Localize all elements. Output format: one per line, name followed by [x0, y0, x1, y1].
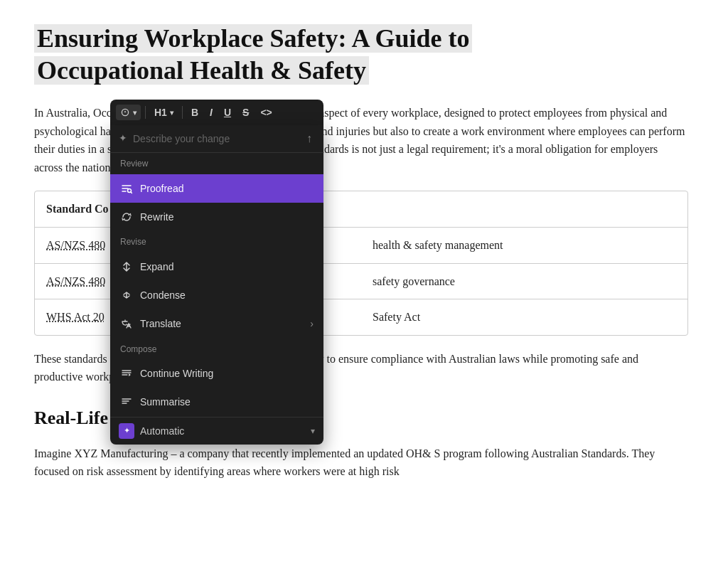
title-highlight-1: Ensuring Workplace Safety: A Guide to — [34, 24, 472, 53]
continue-writing-label: Continue Writing — [140, 366, 213, 381]
condense-label: Condense — [140, 287, 186, 303]
condense-svg — [121, 289, 132, 301]
page-title: Ensuring Workplace Safety: A Guide to Oc… — [34, 23, 532, 87]
heading-label: H1 — [154, 107, 167, 118]
translate-icon — [120, 318, 133, 331]
rewrite-label: Rewrite — [140, 209, 173, 225]
table-cell-desc-3: Safety Act — [361, 299, 687, 335]
condense-icon — [120, 289, 133, 302]
underline-button[interactable]: U — [220, 104, 235, 121]
condense-menu-item[interactable]: Condense — [110, 281, 323, 309]
ai-dropdown-panel: ✦ ↑ Review Proofread — [110, 125, 323, 445]
standard-code-2: AS/NZS 480 — [46, 275, 105, 287]
table-cell-desc-2: safety governance — [361, 264, 687, 299]
review-section-label: Review — [110, 153, 323, 174]
body-paragraph-3: Imagine XYZ Manufacturing – a company th… — [34, 445, 688, 481]
describe-change-input[interactable] — [133, 133, 298, 144]
heading-arrow: ▾ — [170, 109, 173, 117]
ai-button-dropdown-arrow: ▾ — [133, 109, 136, 117]
summarise-svg — [121, 396, 132, 408]
standard-code-1: AS/NZS 480 — [46, 239, 105, 251]
automatic-button[interactable]: ✦ Automatic ▾ — [119, 423, 315, 439]
bold-label: B — [191, 107, 198, 118]
proofread-svg — [121, 183, 132, 194]
bold-button[interactable]: B — [187, 104, 203, 121]
expand-svg — [121, 261, 132, 272]
editor-toolbar: ▾ H1 ▾ B I U S <> — [110, 100, 323, 125]
rewrite-icon — [120, 211, 133, 223]
strikethrough-button[interactable]: S — [238, 104, 253, 121]
underline-label: U — [224, 107, 231, 118]
summarise-menu-item[interactable]: Summarise — [110, 388, 323, 416]
send-button[interactable]: ↑ — [304, 132, 315, 145]
translate-svg — [121, 319, 132, 330]
continue-writing-svg — [121, 368, 132, 379]
continue-writing-menu-item[interactable]: Continue Writing — [110, 359, 323, 388]
translate-menu-item[interactable]: Translate › — [110, 309, 323, 338]
toolbar-divider-2 — [182, 106, 183, 119]
proofread-icon — [120, 182, 133, 195]
translate-chevron-icon: › — [310, 316, 314, 331]
code-label: <> — [260, 107, 272, 118]
continue-writing-icon — [120, 367, 133, 380]
proofread-menu-item[interactable]: Proofread — [110, 174, 323, 203]
rewrite-svg — [121, 211, 132, 223]
standard-code-3: WHS Act 20 — [46, 311, 105, 323]
translate-label: Translate — [140, 316, 181, 331]
revise-section-label: Revise — [110, 231, 323, 252]
sparkle-icon: ✦ — [119, 131, 127, 147]
proofread-label: Proofread — [140, 181, 183, 196]
code-button[interactable]: <> — [256, 104, 276, 121]
auto-badge-icon: ✦ — [119, 423, 134, 439]
automatic-label: Automatic — [140, 425, 184, 437]
expand-icon — [120, 260, 133, 273]
bottom-auto-row: ✦ Automatic ▾ — [110, 417, 323, 445]
chevron-down-icon: ▾ — [311, 426, 315, 436]
summarise-label: Summarise — [140, 394, 191, 410]
ai-toolbar-button[interactable]: ▾ — [116, 105, 141, 120]
title-highlight-2: Occupational Health & Safety — [34, 56, 369, 85]
toolbar-divider-1 — [145, 106, 146, 119]
italic-label: I — [210, 107, 213, 118]
search-row: ✦ ↑ — [110, 125, 323, 153]
expand-menu-item[interactable]: Expand — [110, 252, 323, 281]
strikethrough-label: S — [242, 107, 249, 118]
rewrite-menu-item[interactable]: Rewrite — [110, 203, 323, 231]
heading-button[interactable]: H1 ▾ — [150, 104, 178, 121]
compose-section-label: Compose — [110, 339, 323, 359]
italic-button[interactable]: I — [205, 104, 217, 121]
summarise-icon — [120, 395, 133, 408]
editor-toolbar-container: ▾ H1 ▾ B I U S <> ✦ — [110, 100, 323, 445]
ai-icon — [120, 107, 130, 117]
expand-label: Expand — [140, 259, 173, 275]
table-cell-desc-1: health & safety management — [361, 228, 687, 263]
